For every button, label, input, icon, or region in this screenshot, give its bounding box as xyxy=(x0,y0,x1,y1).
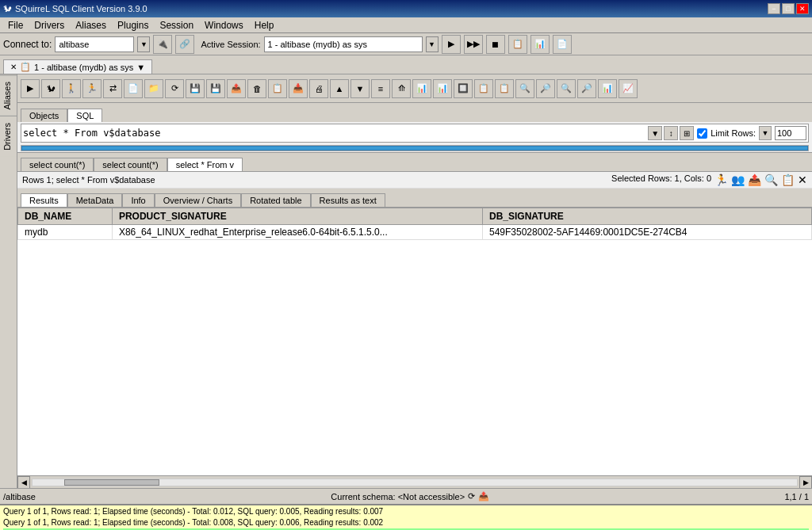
tab-objects[interactable]: Objects xyxy=(21,109,67,122)
menu-plugins[interactable]: Plugins xyxy=(113,18,153,32)
results-icon-info[interactable]: 👥 xyxy=(731,173,745,186)
session-dropdown-arrow[interactable]: ▼ xyxy=(426,36,439,52)
sql-tool-22[interactable]: 🔍 xyxy=(515,79,534,98)
sql-tool-8[interactable]: 💾 xyxy=(186,79,205,98)
session-tool-1[interactable]: 📋 xyxy=(508,35,527,54)
status-export-icon[interactable]: 📤 xyxy=(478,491,489,501)
subtab-rotated[interactable]: Rotated table xyxy=(241,193,310,207)
sql-inline-btn2[interactable]: ↕ xyxy=(664,126,678,140)
cell-db-sig: 549F35028002-5AF14469:0001DC5E-274CB4 xyxy=(483,225,812,240)
progress-row xyxy=(21,145,809,151)
status-schema-label: Current schema: <Not accessible> xyxy=(331,492,465,501)
menu-file[interactable]: File xyxy=(3,18,28,32)
sql-tool-18[interactable]: 📊 xyxy=(433,79,452,98)
sql-tool-16[interactable]: ⟰ xyxy=(392,79,411,98)
sidebar-drivers[interactable]: Drivers xyxy=(0,116,17,157)
query-tab-0[interactable]: select count(*) xyxy=(21,158,94,171)
sql-tool-9[interactable]: 💾 xyxy=(206,79,225,98)
session-tool-2[interactable]: 📊 xyxy=(530,35,550,54)
menu-help[interactable]: Help xyxy=(250,18,279,32)
toolbar-btn-2[interactable]: 🔗 xyxy=(175,35,194,54)
query-tab-2[interactable]: select * From v xyxy=(167,158,243,171)
sql-tool-24[interactable]: 🔍 xyxy=(557,79,576,98)
maximize-button[interactable]: □ xyxy=(782,3,795,14)
sql-inline-btn3[interactable]: ⊞ xyxy=(680,126,694,140)
status-refresh-icon[interactable]: ⟳ xyxy=(468,491,475,501)
subtab-info[interactable]: Info xyxy=(122,193,154,207)
sql-tool-27[interactable]: 📈 xyxy=(619,79,638,98)
col-db-sig: DB_SIGNATURE xyxy=(483,208,812,225)
sql-tool-26[interactable]: 📊 xyxy=(598,79,617,98)
sql-tool-19[interactable]: 🔲 xyxy=(454,79,473,98)
run-btn[interactable]: ▶ xyxy=(442,35,461,54)
limit-checkbox[interactable] xyxy=(697,128,707,139)
sql-tool-run-all[interactable]: 🐿 xyxy=(41,79,60,98)
results-table-container[interactable]: DB_NAME PRODUCT_SIGNATURE DB_SIGNATURE m… xyxy=(17,208,812,475)
limit-value-input[interactable] xyxy=(775,126,806,140)
sql-tool-13[interactable]: 📥 xyxy=(289,79,308,98)
sql-tool-walk[interactable]: 🚶 xyxy=(62,79,81,98)
sql-tool-10[interactable]: 📤 xyxy=(227,79,246,98)
scroll-right-btn[interactable]: ▶ xyxy=(799,476,812,489)
stop-btn[interactable]: ⏹ xyxy=(486,35,505,54)
sql-tool-15[interactable]: ≡ xyxy=(371,79,390,98)
connect-dropdown-arrow[interactable]: ▼ xyxy=(137,36,150,52)
sql-tool-14[interactable]: 🖨 xyxy=(309,79,328,98)
session-tab-1[interactable]: ✕ 📋 1 - altibase (mydb) as sys ▼ xyxy=(3,59,152,74)
sql-tool-21[interactable]: 📋 xyxy=(495,79,514,98)
session-dropdown[interactable]: 1 - altibase (mydb) as sys xyxy=(264,36,423,52)
session-tab-close-icon[interactable]: ✕ xyxy=(10,63,17,71)
limit-dropdown-arrow[interactable]: ▼ xyxy=(759,126,772,140)
results-icon-copy[interactable]: 📋 xyxy=(781,173,795,186)
subtab-results[interactable]: Results xyxy=(21,193,67,207)
menu-windows[interactable]: Windows xyxy=(200,18,248,32)
results-icon-export[interactable]: 📤 xyxy=(748,173,761,186)
scroll-track[interactable] xyxy=(32,479,798,486)
log-line-0: Query 1 of 1, Rows read: 1; Elapsed time… xyxy=(3,506,809,517)
connect-dropdown[interactable]: altibase xyxy=(55,36,134,52)
subtab-metadata[interactable]: MetaData xyxy=(67,193,123,207)
scroll-left-btn[interactable]: ◀ xyxy=(17,476,30,489)
run-all-btn[interactable]: ▶▶ xyxy=(464,35,483,54)
session-tool-3[interactable]: 📄 xyxy=(553,35,572,54)
sql-tool-up[interactable]: ▲ xyxy=(330,79,349,98)
h-scrollbar[interactable]: ◀ ▶ xyxy=(17,475,812,488)
object-sql-tabs: Objects SQL xyxy=(17,103,812,122)
results-icon-run[interactable]: 🏃 xyxy=(714,173,728,186)
sql-tool-23[interactable]: 🔎 xyxy=(536,79,555,98)
sql-tool-7[interactable]: ⟳ xyxy=(165,79,184,98)
sql-inline-btn1[interactable]: ▼ xyxy=(648,126,662,140)
sql-tool-12[interactable]: 📋 xyxy=(268,79,287,98)
sql-tool-4[interactable]: ⇄ xyxy=(103,79,122,98)
session-tab-end-icon: ▼ xyxy=(136,63,145,72)
sql-editor-area: ▼ ↕ ⊞ Limit Rows: ▼ xyxy=(21,124,809,143)
sql-tool-25[interactable]: 🔎 xyxy=(577,79,596,98)
sql-tool-11[interactable]: 🗑 xyxy=(247,79,266,98)
results-info-bar: Rows 1; select * From v$database Selecte… xyxy=(17,172,812,189)
sql-tool-20[interactable]: 📋 xyxy=(474,79,493,98)
minimize-button[interactable]: − xyxy=(768,3,780,14)
sql-tool-17[interactable]: 📊 xyxy=(412,79,431,98)
toolbar-btn-1[interactable]: 🔌 xyxy=(153,35,172,54)
results-area: Rows 1; select * From v$database Selecte… xyxy=(17,171,812,488)
results-icon-search[interactable]: 🔍 xyxy=(764,173,778,186)
close-button[interactable]: ✕ xyxy=(796,3,809,14)
results-icon-close[interactable]: ✕ xyxy=(798,173,807,186)
sql-tool-5[interactable]: 📄 xyxy=(124,79,143,98)
sql-tool-run[interactable]: ▶ xyxy=(21,79,40,98)
sidebar-aliases[interactable]: Aliases xyxy=(0,74,17,116)
sql-tool-6[interactable]: 📁 xyxy=(144,79,163,98)
query-tab-1[interactable]: select count(*) xyxy=(94,158,167,171)
menu-session[interactable]: Session xyxy=(155,18,198,32)
sql-input[interactable] xyxy=(23,128,645,139)
subtab-text[interactable]: Results as text xyxy=(311,193,385,207)
menu-aliases[interactable]: Aliases xyxy=(71,18,111,32)
sql-tool-step[interactable]: 🏃 xyxy=(82,79,102,98)
title-bar: 🐿 SQuirreL SQL Client Version 3.9.0 − □ … xyxy=(0,0,812,17)
subtab-overview[interactable]: Overview / Charts xyxy=(155,193,241,207)
sql-tool-down[interactable]: ▼ xyxy=(350,79,370,98)
menu-drivers[interactable]: Drivers xyxy=(29,18,69,32)
tab-sql[interactable]: SQL xyxy=(67,109,102,122)
scroll-thumb[interactable] xyxy=(64,479,159,486)
results-sub-tabs: Results MetaData Info Overview / Charts … xyxy=(17,189,812,208)
